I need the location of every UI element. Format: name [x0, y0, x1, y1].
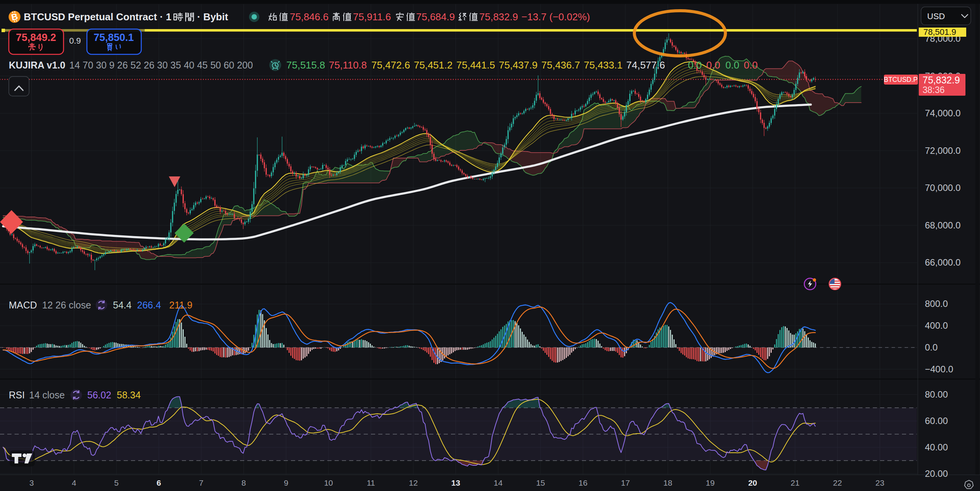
svg-text:0.0: 0.0	[925, 342, 938, 352]
svg-text:0.0: 0.0	[688, 59, 702, 71]
svg-text:18: 18	[663, 478, 672, 487]
svg-text:75,437.9: 75,437.9	[499, 59, 537, 71]
svg-text:70,000.0: 70,000.0	[925, 183, 960, 193]
svg-text:75,911.6: 75,911.6	[353, 11, 391, 23]
svg-text:12: 12	[409, 478, 418, 487]
svg-text:75,850.1: 75,850.1	[93, 32, 134, 43]
svg-text:7: 7	[199, 478, 204, 487]
svg-text:19: 19	[706, 478, 715, 487]
svg-text:USD: USD	[927, 11, 945, 21]
svg-text:58.34: 58.34	[117, 390, 141, 400]
svg-text:−13.7 (−0.02%): −13.7 (−0.02%)	[521, 11, 590, 23]
svg-text:78,501.9: 78,501.9	[923, 27, 956, 37]
svg-text:· Bybit: · Bybit	[197, 11, 228, 23]
svg-text:11: 11	[367, 478, 375, 487]
svg-text:9: 9	[284, 478, 288, 487]
svg-text:12 26 close: 12 26 close	[42, 300, 91, 310]
svg-text:−400.0: −400.0	[925, 364, 953, 374]
svg-text:14 close: 14 close	[29, 390, 65, 400]
svg-text:75,110.8: 75,110.8	[329, 59, 367, 71]
svg-text:0.0: 0.0	[706, 59, 720, 71]
svg-text:BTCUSD Perpetual Contract · 1: BTCUSD Perpetual Contract · 1	[24, 11, 172, 23]
svg-text:KUJIRA v1.0: KUJIRA v1.0	[9, 60, 65, 70]
svg-text:74,000.0: 74,000.0	[925, 108, 960, 118]
svg-text:20.00: 20.00	[925, 468, 948, 479]
svg-text:6: 6	[157, 478, 161, 487]
svg-text:22: 22	[833, 478, 842, 487]
svg-text:RSI: RSI	[9, 390, 25, 400]
svg-text:68,000.0: 68,000.0	[925, 220, 960, 230]
svg-text:10: 10	[324, 478, 333, 487]
svg-text:0.0: 0.0	[725, 59, 739, 71]
svg-text:400.0: 400.0	[925, 320, 948, 331]
svg-text:14 70 30 9 26 52 26 30 35 40 4: 14 70 30 9 26 52 26 30 35 40 45 50 60 20…	[69, 60, 253, 70]
svg-text:75,684.9: 75,684.9	[416, 11, 455, 23]
svg-text:211.9: 211.9	[169, 300, 193, 310]
svg-text:800.0: 800.0	[925, 299, 948, 309]
svg-text:15: 15	[536, 478, 545, 487]
svg-text:4: 4	[72, 478, 76, 487]
svg-text:BTCUSD.P: BTCUSD.P	[884, 76, 918, 83]
svg-text:75,451.2: 75,451.2	[414, 59, 452, 71]
svg-text:266.4: 266.4	[137, 300, 161, 310]
svg-text:0.0: 0.0	[744, 59, 758, 71]
svg-text:54.4: 54.4	[113, 300, 132, 310]
svg-text:38:36: 38:36	[923, 85, 945, 95]
svg-text:14: 14	[494, 478, 503, 487]
svg-text:56.02: 56.02	[87, 390, 111, 400]
svg-text:5: 5	[114, 478, 119, 487]
svg-text:72,000.0: 72,000.0	[925, 145, 960, 156]
svg-text:74,577.6: 74,577.6	[626, 59, 665, 71]
svg-text:3: 3	[29, 478, 34, 487]
svg-text:23: 23	[875, 478, 884, 487]
svg-text:20: 20	[748, 478, 757, 487]
svg-text:75,441.5: 75,441.5	[456, 59, 495, 71]
svg-text:21: 21	[791, 478, 799, 487]
svg-text:75,832.9: 75,832.9	[923, 75, 960, 85]
svg-text:80.00: 80.00	[925, 389, 948, 400]
svg-text:75,472.6: 75,472.6	[371, 59, 410, 71]
svg-text:0.9: 0.9	[69, 36, 81, 46]
svg-text:75,515.8: 75,515.8	[286, 59, 325, 71]
svg-text:75,849.2: 75,849.2	[16, 32, 56, 43]
svg-text:75,433.1: 75,433.1	[584, 59, 622, 71]
svg-text:16: 16	[578, 478, 587, 487]
svg-text:8: 8	[242, 478, 246, 487]
svg-text:66,000.0: 66,000.0	[925, 257, 960, 268]
svg-text:75,846.6: 75,846.6	[290, 11, 328, 23]
svg-text:75,436.7: 75,436.7	[541, 59, 580, 71]
svg-text:60.00: 60.00	[925, 416, 948, 426]
svg-text:13: 13	[451, 478, 460, 487]
svg-text:40.00: 40.00	[925, 442, 948, 452]
svg-text:17: 17	[621, 478, 630, 487]
svg-text:MACD: MACD	[9, 300, 37, 310]
svg-text:75,832.9: 75,832.9	[479, 11, 518, 23]
